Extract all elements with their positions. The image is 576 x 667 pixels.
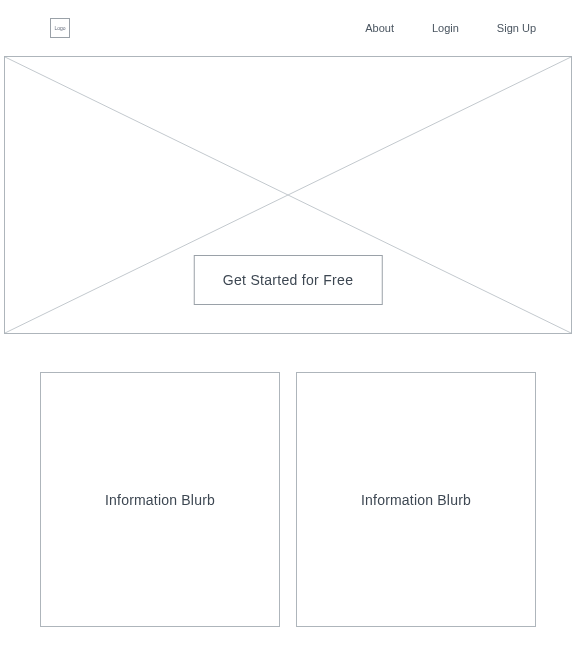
nav-link-about[interactable]: About bbox=[365, 22, 394, 34]
info-cards-row: Information Blurb Information Blurb bbox=[0, 334, 576, 627]
info-card-label: Information Blurb bbox=[105, 492, 215, 508]
get-started-button[interactable]: Get Started for Free bbox=[194, 255, 383, 305]
nav-link-signup[interactable]: Sign Up bbox=[497, 22, 536, 34]
info-card: Information Blurb bbox=[296, 372, 536, 627]
logo[interactable]: Logo bbox=[50, 18, 70, 38]
hero-image-placeholder: Get Started for Free bbox=[4, 56, 572, 334]
info-card-label: Information Blurb bbox=[361, 492, 471, 508]
nav: About Login Sign Up bbox=[365, 22, 536, 34]
nav-link-login[interactable]: Login bbox=[432, 22, 459, 34]
info-card: Information Blurb bbox=[40, 372, 280, 627]
header: Logo About Login Sign Up bbox=[0, 0, 576, 56]
